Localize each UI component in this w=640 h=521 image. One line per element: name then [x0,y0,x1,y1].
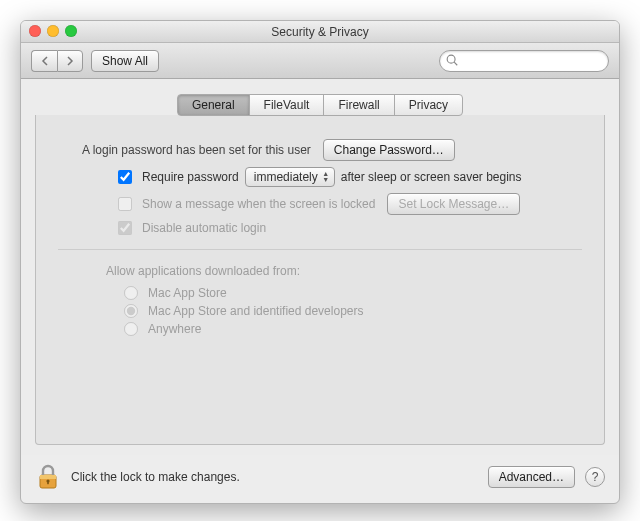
change-password-label: Change Password… [334,143,444,157]
require-password-pre: Require password [142,170,239,184]
tab-firewall[interactable]: Firewall [323,94,394,116]
traffic-lights [29,25,77,37]
disable-auto-login-label: Disable automatic login [142,221,266,235]
forward-button[interactable] [57,50,83,72]
show-message-checkbox [118,197,132,211]
svg-line-1 [454,62,457,65]
login-password-text: A login password has been set for this u… [82,143,311,157]
lock-text: Click the lock to make changes. [71,470,240,484]
tab-label: Firewall [338,98,379,112]
window-title: Security & Privacy [271,25,368,39]
svg-point-0 [447,55,455,63]
select-arrows-icon: ▲▼ [321,170,331,184]
svg-rect-3 [40,475,56,479]
gatekeeper-option-mas-identified: Mac App Store and identified developers [124,304,582,318]
show-all-button[interactable]: Show All [91,50,159,72]
gatekeeper-option-anywhere: Anywhere [124,322,582,336]
tab-label: Privacy [409,98,448,112]
search-wrap [439,50,609,72]
gatekeeper-title: Allow applications downloaded from: [106,264,582,278]
divider [58,249,582,250]
gatekeeper-option-label: Mac App Store [148,286,227,300]
require-password-checkbox[interactable] [118,170,132,184]
nav-segment [31,50,83,72]
tab-label: FileVault [264,98,310,112]
gatekeeper-option-mas: Mac App Store [124,286,582,300]
tab-privacy[interactable]: Privacy [394,94,463,116]
footer: Click the lock to make changes. Advanced… [21,455,619,503]
gatekeeper-option-label: Mac App Store and identified developers [148,304,363,318]
content: General FileVault Firewall Privacy A log… [21,79,619,455]
search-input[interactable] [439,50,609,72]
chevron-right-icon [66,56,74,66]
help-button[interactable]: ? [585,467,605,487]
gatekeeper-option-label: Anywhere [148,322,201,336]
advanced-label: Advanced… [499,470,564,484]
back-button[interactable] [31,50,57,72]
minimize-icon[interactable] [47,25,59,37]
general-panel: A login password has been set for this u… [35,115,605,445]
gatekeeper-section: Allow applications downloaded from: Mac … [106,264,582,336]
zoom-icon[interactable] [65,25,77,37]
require-password-delay-value: immediately [254,170,318,184]
show-all-label: Show All [102,54,148,68]
search-icon [445,53,459,67]
tab-general[interactable]: General [177,94,250,116]
change-password-button[interactable]: Change Password… [323,139,455,161]
require-password-post: after sleep or screen saver begins [341,170,522,184]
titlebar: Security & Privacy [21,21,619,43]
question-mark-icon: ? [592,470,599,484]
set-lock-message-label: Set Lock Message… [398,197,509,211]
tab-filevault[interactable]: FileVault [249,94,325,116]
show-message-label: Show a message when the screen is locked [142,197,375,211]
tab-bar: General FileVault Firewall Privacy [35,94,605,116]
tab-label: General [192,98,235,112]
gatekeeper-radio-mas [124,286,138,300]
set-lock-message-button: Set Lock Message… [387,193,520,215]
disable-auto-login-checkbox [118,221,132,235]
gatekeeper-radio-mas-identified [124,304,138,318]
gatekeeper-radio-anywhere [124,322,138,336]
advanced-button[interactable]: Advanced… [488,466,575,488]
toolbar: Show All [21,43,619,79]
preferences-window: Security & Privacy Show All General File… [20,20,620,504]
lock-icon[interactable] [35,463,61,491]
require-password-delay-select[interactable]: immediately ▲▼ [245,167,335,187]
svg-rect-5 [47,481,49,484]
close-icon[interactable] [29,25,41,37]
chevron-left-icon [41,56,49,66]
